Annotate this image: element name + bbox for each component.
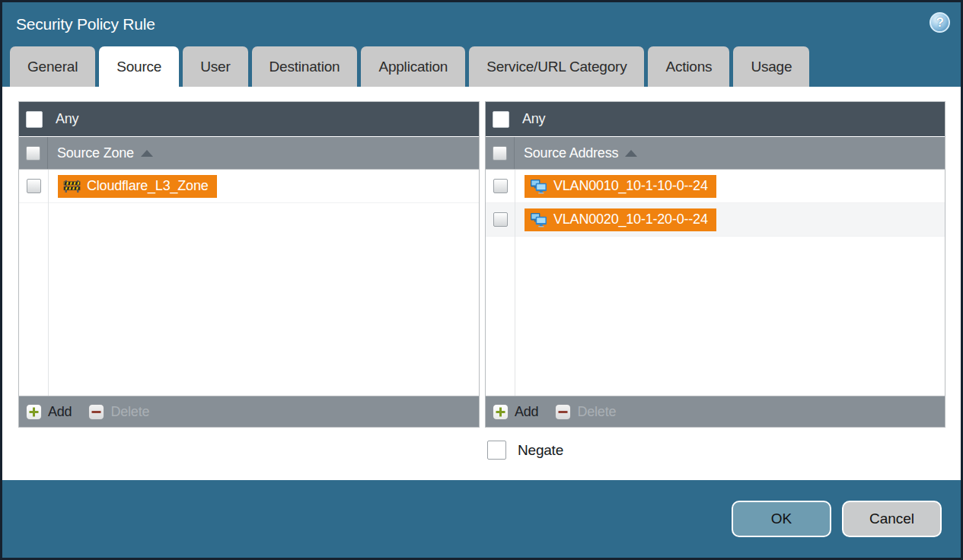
tab-actions[interactable]: Actions [648, 46, 729, 87]
source-address-any-checkbox[interactable] [493, 111, 509, 128]
tab-bar: General Source User Destination Applicat… [2, 46, 961, 87]
add-label: Add [515, 404, 538, 420]
source-address-rows: VLAN0010_10-1-10-0--24 [486, 170, 945, 396]
delete-minus-icon [88, 404, 104, 420]
source-zone-any-checkbox[interactable] [26, 111, 43, 128]
network-address-icon [530, 212, 547, 228]
zone-barrier-icon [63, 179, 81, 193]
security-policy-rule-dialog: Security Policy Rule ? General Source Us… [0, 0, 963, 560]
source-address-entry[interactable]: VLAN0010_10-1-10-0--24 [525, 175, 716, 198]
source-zone-add-button[interactable]: Add [26, 404, 72, 420]
add-label: Add [48, 404, 72, 420]
source-address-any-row: Any [486, 102, 945, 137]
source-zone-column-label: Source Zone [57, 145, 134, 161]
tab-user[interactable]: User [183, 46, 247, 87]
tab-application[interactable]: Application [361, 46, 465, 87]
source-zone-row-checkbox[interactable] [27, 179, 41, 193]
source-address-column-label: Source Address [524, 145, 618, 161]
cancel-button[interactable]: Cancel [842, 501, 942, 537]
source-address-add-button[interactable]: Add [493, 404, 538, 420]
negate-label: Negate [518, 442, 563, 459]
table-row: Cloudflare_L3_Zone [19, 170, 479, 203]
source-zone-footer: Add Delete [19, 396, 479, 427]
source-address-column-header[interactable]: Source Address [486, 137, 945, 170]
tab-usage[interactable]: Usage [733, 46, 809, 87]
source-zone-panel: Any Source Zone [18, 101, 480, 428]
source-zone-rows: Cloudflare_L3_Zone [19, 170, 479, 396]
source-zone-select-all-checkbox[interactable] [26, 146, 40, 161]
source-address-entry-label: VLAN0010_10-1-10-0--24 [553, 178, 708, 194]
source-tab-content: Any Source Zone [2, 87, 961, 480]
source-zone-column-header[interactable]: Source Zone [19, 137, 479, 170]
source-address-row-checkbox[interactable] [493, 212, 508, 227]
source-address-row-checkbox[interactable] [493, 179, 508, 193]
tab-destination[interactable]: Destination [252, 46, 358, 87]
table-row: VLAN0020_10-1-20-0--24 [486, 203, 945, 237]
ok-button[interactable]: OK [732, 501, 831, 537]
source-address-entry-label: VLAN0020_10-1-20-0--24 [553, 212, 708, 228]
source-address-panel: Any Source Address [485, 101, 945, 428]
table-row: VLAN0010_10-1-10-0--24 [486, 170, 945, 203]
add-plus-icon [26, 404, 42, 420]
delete-label: Delete [110, 404, 149, 420]
delete-label: Delete [577, 404, 616, 420]
negate-row: Negate [487, 441, 948, 460]
negate-checkbox[interactable] [487, 441, 506, 460]
add-plus-icon [493, 404, 509, 420]
delete-minus-icon [555, 404, 571, 420]
source-address-any-label: Any [522, 111, 545, 127]
sort-ascending-icon [141, 150, 153, 157]
tab-source[interactable]: Source [99, 46, 179, 87]
source-zone-entry[interactable]: Cloudflare_L3_Zone [58, 175, 217, 198]
network-address-icon [530, 179, 547, 194]
source-zone-delete-button[interactable]: Delete [88, 404, 149, 420]
sort-ascending-icon [625, 150, 637, 157]
tab-service-url-category[interactable]: Service/URL Category [469, 46, 644, 87]
source-zone-entry-label: Cloudflare_L3_Zone [87, 178, 209, 194]
tab-general[interactable]: General [10, 46, 95, 87]
source-address-footer: Add Delete [486, 396, 945, 427]
dialog-footer: OK Cancel [2, 480, 961, 558]
source-address-entry[interactable]: VLAN0020_10-1-20-0--24 [525, 208, 716, 231]
source-zone-any-label: Any [56, 111, 78, 127]
dialog-title: Security Policy Rule [16, 15, 155, 33]
source-address-delete-button[interactable]: Delete [555, 404, 616, 420]
source-zone-any-row: Any [19, 102, 479, 137]
help-icon[interactable]: ? [930, 12, 950, 33]
dialog-titlebar: Security Policy Rule ? [2, 2, 961, 46]
source-address-select-all-checkbox[interactable] [493, 146, 507, 161]
